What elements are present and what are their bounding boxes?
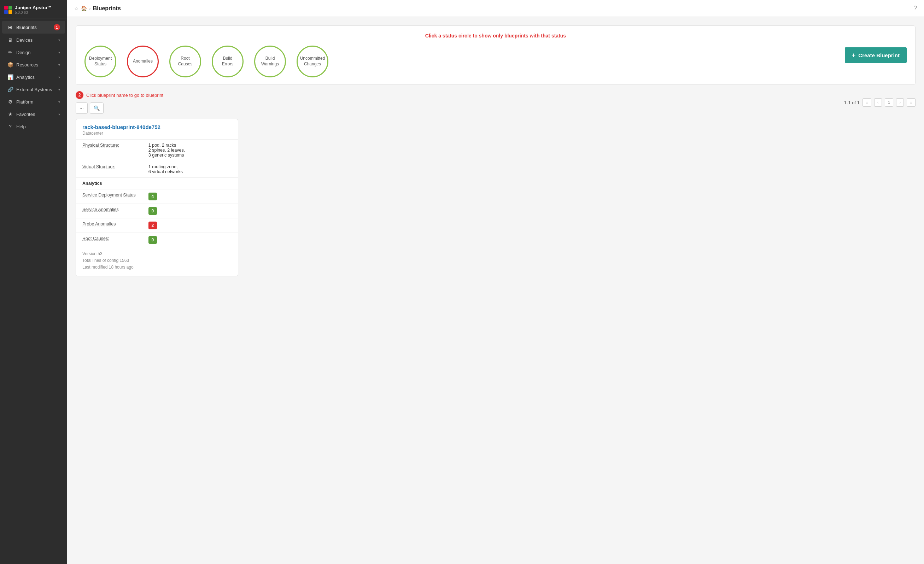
sidebar-item-help[interactable]: ? Help	[2, 120, 65, 132]
more-options-button[interactable]: ···	[76, 102, 88, 114]
physical-structure-label: Physical Structure:	[76, 140, 142, 161]
circle-ring-build-warnings: BuildWarnings	[254, 46, 286, 77]
circle-build-errors[interactable]: BuildErrors	[212, 46, 243, 77]
chevron-down-icon: ▾	[58, 88, 60, 92]
service-deployment-label: Service Deployment Status	[76, 189, 142, 204]
sidebar: Juniper Apstra™ 5.0.0-63 ⊞ Blueprints 1 …	[0, 0, 67, 564]
circle-ring-anomalies: Anomalies	[127, 46, 159, 77]
step1-instruction: Click a status circle to show only bluep…	[84, 33, 907, 39]
sidebar-item-devices[interactable]: 🖥 Devices ▾	[2, 34, 65, 46]
probe-anomalies-label: Probe Anomalies	[76, 218, 142, 233]
devices-icon: 🖥	[7, 37, 14, 43]
virtual-structure-value: 1 routing zone,6 virtual networks	[142, 161, 238, 178]
blueprints-icon: ⊞	[7, 24, 14, 30]
blueprint-card-header: rack-based-blueprint-840de752 Datacenter	[76, 119, 238, 140]
pagination-current-button[interactable]: 1	[885, 98, 894, 107]
blueprint-name-link[interactable]: rack-based-blueprint-840de752	[82, 124, 231, 130]
status-section: Click a status circle to show only bluep…	[76, 26, 915, 85]
service-anomalies-label: Service Anomalies	[76, 204, 142, 218]
main-content: ☆ 🏠 › Blueprints ? Click a status circle…	[67, 0, 924, 564]
blueprint-last-modified: Last modified 18 hours ago	[82, 264, 231, 271]
pagination-info: 1-1 of 1	[844, 100, 860, 105]
circle-ring-build-errors: BuildErrors	[212, 46, 243, 77]
app-name: Juniper Apstra™	[15, 5, 52, 10]
physical-structure-value: 1 pod, 2 racks2 spines, 2 leaves,3 gener…	[142, 140, 238, 161]
table-row-physical: Physical Structure: 1 pod, 2 racks2 spin…	[76, 140, 238, 161]
table-row-service-anomalies: Service Anomalies 0	[76, 204, 238, 218]
external-systems-icon: 🔗	[7, 87, 14, 92]
pagination-next-button[interactable]: ›	[896, 98, 904, 107]
circle-uncommitted-changes[interactable]: UncommittedChanges	[297, 46, 328, 77]
sidebar-header: Juniper Apstra™ 5.0.0-63	[0, 0, 67, 18]
sidebar-item-blueprints[interactable]: ⊞ Blueprints 1	[2, 21, 65, 34]
status-circles: DeploymentStatus Anomalies RootCauses Bu…	[84, 46, 907, 77]
page-title: Blueprints	[93, 5, 121, 12]
circle-anomalies[interactable]: Anomalies	[127, 46, 159, 77]
sidebar-nav: ⊞ Blueprints 1 🖥 Devices ▾ ✏ Design ▾ 📦 …	[0, 18, 67, 564]
topbar: ☆ 🏠 › Blueprints ?	[67, 0, 924, 17]
blueprints-badge: 1	[54, 24, 60, 30]
blueprint-card: rack-based-blueprint-840de752 Datacenter…	[76, 119, 238, 276]
home-icon[interactable]: 🏠	[81, 6, 87, 11]
circle-deployment-status[interactable]: DeploymentStatus	[84, 46, 116, 77]
sidebar-item-resources[interactable]: 📦 Resources ▾	[2, 58, 65, 70]
favorites-icon: ★	[7, 111, 14, 117]
create-blueprint-button[interactable]: + Create Blueprint	[845, 47, 907, 63]
chevron-down-icon: ▾	[58, 38, 60, 42]
root-causes-label: Root Causes:	[76, 233, 142, 248]
app-version: 5.0.0-63	[15, 10, 52, 15]
favorite-icon[interactable]: ☆	[74, 6, 79, 11]
sidebar-label-design: Design	[16, 50, 30, 55]
circle-build-warnings[interactable]: BuildWarnings	[254, 46, 286, 77]
circle-root-causes[interactable]: RootCauses	[170, 46, 201, 77]
chevron-down-icon: ▾	[58, 75, 60, 79]
blueprint-footer: Version 53 Total lines of config 1563 La…	[76, 247, 238, 276]
table-row-root-causes: Root Causes: 0	[76, 233, 238, 248]
sidebar-label-blueprints: Blueprints	[16, 25, 37, 30]
virtual-structure-label: Virtual Structure:	[76, 161, 142, 178]
service-anomalies-value: 0	[142, 204, 238, 218]
pagination-last-button[interactable]: »	[907, 98, 915, 107]
table-row-virtual: Virtual Structure: 1 routing zone,6 virt…	[76, 161, 238, 178]
sidebar-label-help: Help	[16, 124, 26, 129]
sidebar-item-analytics[interactable]: 📊 Analytics ▾	[2, 71, 65, 83]
topbar-actions: ?	[914, 4, 917, 12]
circle-ring-root-causes: RootCauses	[170, 46, 201, 77]
blueprint-version: Version 53	[82, 250, 231, 257]
pagination-first-button[interactable]: «	[862, 98, 872, 107]
chevron-down-icon: ▾	[58, 63, 60, 67]
analytics-icon: 📊	[7, 74, 14, 80]
help-circle-icon[interactable]: ?	[914, 4, 917, 12]
sidebar-label-resources: Resources	[16, 62, 38, 68]
table-row-analytics-header: Analytics	[76, 178, 238, 189]
step2-badge: 2	[76, 91, 83, 99]
breadcrumb: ☆ 🏠 › Blueprints	[74, 5, 121, 12]
chevron-down-icon: ▾	[58, 51, 60, 54]
resources-icon: 📦	[7, 62, 14, 68]
circle-ring-uncommitted: UncommittedChanges	[297, 46, 328, 77]
step2-instruction: Click blueprint name to go to blueprint	[86, 93, 163, 98]
design-icon: ✏	[7, 50, 14, 55]
app-logo	[4, 6, 12, 14]
sidebar-item-favorites[interactable]: ★ Favorites ▾	[2, 108, 65, 120]
blueprint-details-table: Physical Structure: 1 pod, 2 racks2 spin…	[76, 140, 238, 247]
search-button[interactable]: 🔍	[90, 102, 104, 114]
toolbar-right: 1-1 of 1 « ‹ 1 › »	[844, 98, 915, 107]
help-icon: ?	[7, 124, 14, 129]
sidebar-item-design[interactable]: ✏ Design ▾	[2, 46, 65, 58]
sidebar-label-platform: Platform	[16, 99, 33, 105]
sidebar-label-analytics: Analytics	[16, 75, 34, 80]
table-row-probe-anomalies: Probe Anomalies 2	[76, 218, 238, 233]
blueprint-type: Datacenter	[82, 131, 231, 136]
analytics-section-header: Analytics	[76, 178, 238, 189]
root-causes-value: 0	[142, 233, 238, 248]
circle-ring-deployment: DeploymentStatus	[84, 46, 116, 77]
platform-icon: ⚙	[7, 99, 14, 105]
sidebar-item-platform[interactable]: ⚙ Platform ▾	[2, 96, 65, 108]
sidebar-label-external-systems: External Systems	[16, 87, 52, 92]
sidebar-item-external-systems[interactable]: 🔗 External Systems ▾	[2, 83, 65, 95]
create-blueprint-label: Create Blueprint	[858, 52, 900, 58]
sidebar-label-devices: Devices	[16, 38, 33, 43]
root-causes-badge: 0	[148, 236, 157, 244]
pagination-prev-button[interactable]: ‹	[874, 98, 882, 107]
